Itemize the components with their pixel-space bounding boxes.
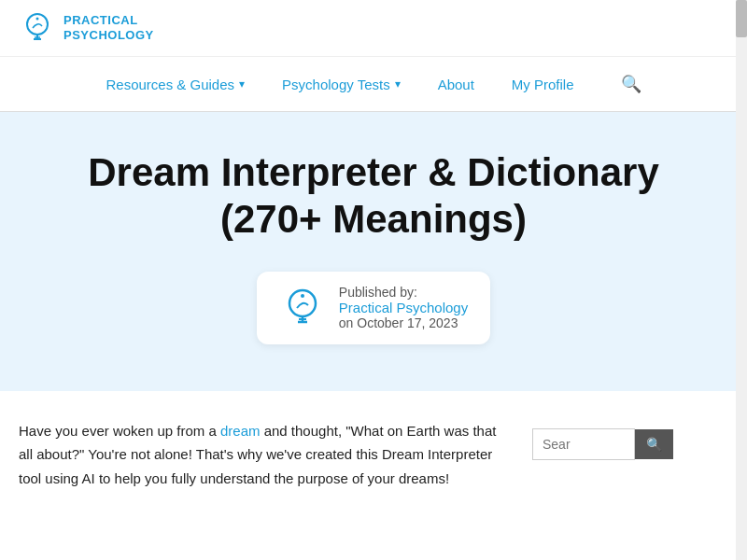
search-button[interactable]: 🔍: [635, 429, 673, 459]
page-title: Dream Interpreter & Dictionary (270+ Mea…: [47, 149, 700, 244]
search-input[interactable]: [532, 428, 635, 460]
nav-item-psychology-tests[interactable]: Psychology Tests ▾: [263, 60, 419, 109]
sidebar: 🔍: [532, 419, 700, 491]
highlight-dream: dream: [220, 423, 261, 439]
nav-item-about[interactable]: About: [419, 60, 493, 109]
author-info: Published by: Practical Psychology on Oc…: [339, 285, 468, 330]
nav-item-my-profile[interactable]: My Profile: [493, 60, 593, 109]
hero-section: Dream Interpreter & Dictionary (270+ Mea…: [0, 112, 747, 391]
svg-point-9: [301, 294, 304, 298]
content-wrapper: Have you ever woken up from a dream and …: [0, 391, 747, 519]
svg-point-4: [36, 18, 39, 21]
chevron-down-icon: ▾: [239, 77, 245, 91]
main-content: Have you ever woken up from a dream and …: [19, 419, 504, 491]
search-icon[interactable]: 🔍: [602, 57, 660, 111]
logo[interactable]: PRACTICAL PSYCHOLOGY: [19, 9, 154, 47]
chevron-down-icon: ▾: [395, 77, 401, 91]
nav-bar: Resources & Guides ▾ Psychology Tests ▾ …: [0, 57, 747, 112]
nav-item-resources[interactable]: Resources & Guides ▾: [87, 60, 263, 109]
logo-icon: [19, 9, 56, 47]
author-logo-icon: [279, 285, 326, 331]
published-date: on October 17, 2023: [339, 315, 468, 330]
intro-paragraph: Have you ever woken up from a dream and …: [19, 419, 504, 491]
author-name[interactable]: Practical Psychology: [339, 300, 468, 315]
scrollbar[interactable]: [736, 0, 747, 518]
published-by-label: Published by:: [339, 285, 468, 300]
author-card: Published by: Practical Psychology on Oc…: [257, 272, 490, 344]
logo-text: PRACTICAL PSYCHOLOGY: [63, 13, 154, 42]
scroll-thumb[interactable]: [736, 0, 747, 37]
site-header: PRACTICAL PSYCHOLOGY: [0, 0, 747, 57]
nav-items: Resources & Guides ▾ Psychology Tests ▾ …: [87, 57, 659, 111]
search-box: 🔍: [532, 428, 700, 460]
